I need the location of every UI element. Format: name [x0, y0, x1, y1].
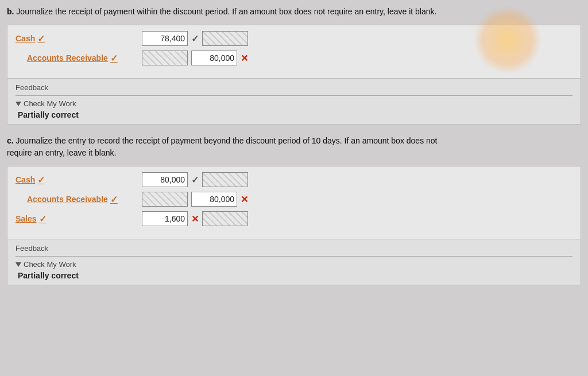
section-b-label: b. — [7, 7, 14, 16]
ar-credit-status-c: ✕ — [241, 194, 248, 205]
ar-label-b: Accounts Receivable — [27, 53, 108, 63]
ar-credit-b[interactable] — [191, 51, 237, 65]
table-row: Accounts Receivable ✓ ✕ — [16, 51, 572, 65]
table-row: Sales ✓ ✕ — [16, 211, 572, 226]
cash-inputs-b: ✓ — [142, 31, 248, 46]
sales-debit-c[interactable] — [142, 211, 188, 226]
cash-credit-c[interactable] — [202, 172, 248, 187]
cash-debit-b[interactable] — [142, 31, 188, 46]
ar-check-c: ✓ — [110, 194, 118, 205]
cash-check-c: ✓ — [37, 175, 45, 185]
section-b-feedback: Feedback Check My Work Partially correct — [7, 79, 581, 125]
cash-debit-status-b: ✓ — [191, 33, 199, 44]
table-row: Cash ✓ ✓ — [16, 172, 572, 187]
ar-debit-c[interactable] — [142, 192, 188, 207]
check-my-work-label-b: Check My Work — [24, 99, 76, 108]
sales-check-c: ✓ — [39, 214, 47, 224]
section-b-entry: Cash ✓ ✓ Accounts Receivable ✓ — [7, 25, 581, 79]
check-my-work-label-c: Check My Work — [24, 260, 76, 269]
cash-label-c: Cash — [16, 175, 35, 184]
ar-check-b: ✓ — [110, 53, 118, 64]
feedback-divider-c — [16, 256, 572, 257]
check-my-work-c: Check My Work — [16, 260, 572, 269]
sales-inputs-c: ✕ — [142, 211, 248, 226]
ar-inputs-c: ✕ — [142, 192, 248, 207]
section-b: b. Journalize the receipt of payment wit… — [7, 6, 581, 125]
section-c-feedback: Feedback Check My Work Partially correct — [7, 239, 581, 285]
sales-credit-c[interactable] — [202, 211, 248, 226]
section-c-text: Journalize the entry to record the recei… — [7, 136, 437, 157]
section-c-instruction: c. Journalize the entry to record the re… — [7, 135, 581, 159]
account-cash-b: Cash ✓ — [16, 33, 142, 44]
section-c-entry: Cash ✓ ✓ Accounts Receivable ✓ — [7, 166, 581, 239]
section-c: c. Journalize the entry to record the re… — [7, 135, 581, 285]
section-b-text: Journalize the receipt of payment within… — [16, 7, 436, 16]
cash-credit-b[interactable] — [202, 31, 248, 46]
account-cash-c: Cash ✓ — [16, 175, 142, 185]
cash-debit-status-c: ✓ — [191, 175, 199, 185]
account-sales-c: Sales ✓ — [16, 214, 142, 224]
table-row: Cash ✓ ✓ — [16, 31, 572, 46]
sales-label-c: Sales — [16, 214, 37, 223]
ar-credit-c[interactable] — [191, 192, 237, 207]
feedback-label-b: Feedback — [16, 83, 572, 92]
result-c: Partially correct — [16, 271, 572, 280]
ar-inputs-b: ✕ — [142, 51, 248, 65]
feedback-divider-b — [16, 95, 572, 96]
ar-label-c: Accounts Receivable — [27, 195, 108, 204]
cash-debit-c[interactable] — [142, 172, 188, 187]
check-my-work-b: Check My Work — [16, 99, 572, 108]
section-c-label: c. — [7, 136, 14, 145]
cash-inputs-c: ✓ — [142, 172, 248, 187]
cash-check-b: ✓ — [37, 33, 45, 44]
feedback-label-c: Feedback — [16, 244, 572, 253]
table-row: Accounts Receivable ✓ ✕ — [16, 192, 572, 207]
ar-credit-status-b: ✕ — [241, 53, 248, 64]
section-b-instruction: b. Journalize the receipt of payment wit… — [7, 6, 581, 18]
result-b: Partially correct — [16, 110, 572, 119]
cash-label-b: Cash — [16, 34, 35, 43]
sales-debit-status-c: ✕ — [191, 214, 199, 224]
account-ar-b: Accounts Receivable ✓ — [16, 53, 142, 64]
triangle-icon-b — [16, 102, 21, 106]
account-ar-c: Accounts Receivable ✓ — [16, 194, 142, 205]
ar-debit-b[interactable] — [142, 51, 188, 65]
triangle-icon-c — [16, 262, 21, 267]
